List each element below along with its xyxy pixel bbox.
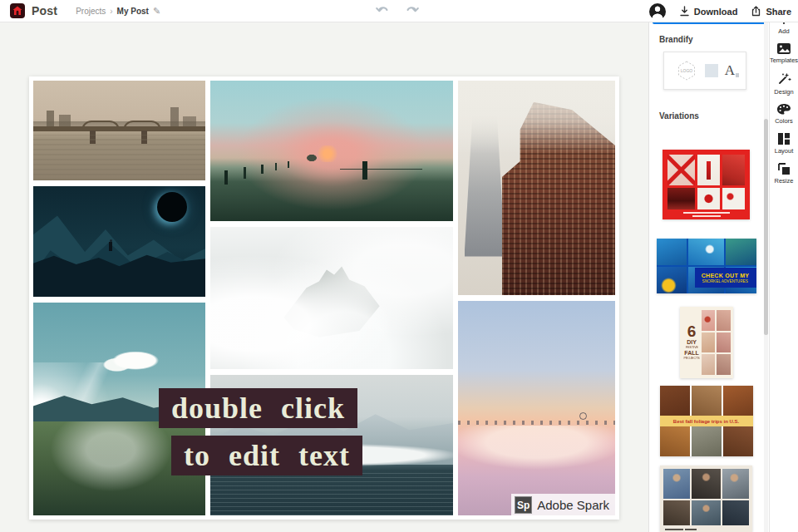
brandify-placeholder-card[interactable]: LOGO A <box>663 52 746 90</box>
top-bar: Post Projects › My Post ✎ Download <box>0 0 798 22</box>
variation-foliage-collage[interactable]: Best fall foliage trips in U.S. <box>660 386 753 456</box>
variation-cell <box>717 354 731 375</box>
resize-icon <box>777 162 791 175</box>
variation-cell <box>717 332 731 353</box>
variation-cell <box>697 188 720 209</box>
snorkel-caption-line2: SNORKEL ADVENTURES <box>702 278 748 283</box>
rail-item-design[interactable]: Design <box>774 71 793 96</box>
variations-list: CHECK OUT MY SNORKEL ADVENTURES 6 DIY FE… <box>649 145 763 532</box>
variation-red-collage[interactable] <box>663 150 750 219</box>
palette-icon <box>776 103 791 116</box>
editable-text-line-2[interactable]: to edit text <box>171 436 362 475</box>
variation-cell <box>702 354 716 375</box>
share-label: Share <box>766 7 791 17</box>
variation-cell <box>688 239 725 265</box>
rename-pencil-icon[interactable]: ✎ <box>153 6 160 17</box>
variation-cell <box>722 155 745 185</box>
design-canvas[interactable]: double click to edit text Sp Adobe Spark <box>29 76 619 520</box>
collage-photo-eclipse-mountains[interactable] <box>33 186 205 297</box>
fall-line4: PROJECTS <box>683 357 699 360</box>
rail-item-templates[interactable]: Templates <box>770 42 798 64</box>
sea-mist-shape <box>458 426 615 481</box>
hiker-figure-shape <box>109 242 112 251</box>
variation-cell <box>660 422 690 457</box>
app-title: Post <box>32 4 57 17</box>
variation-cell <box>702 310 716 331</box>
logo-hexagon-icon: LOGO <box>675 59 698 82</box>
brandify-label: Brandify <box>659 35 769 44</box>
tiny-caption-bars <box>665 529 697 530</box>
variation-cell <box>657 267 687 293</box>
variation-fall-collage[interactable]: 6 DIY FESTIVE FALL PROJECTS <box>680 307 733 378</box>
variation-cell <box>722 500 749 525</box>
variation-cell <box>717 310 731 331</box>
collage-photo-pastel-sea[interactable] <box>458 301 615 515</box>
rail-label: Colors <box>775 117 793 125</box>
snorkel-caption-banner: CHECK OUT MY SNORKEL ADVENTURES <box>695 268 756 288</box>
eclipse-moon-shape <box>157 192 187 222</box>
brand-font-letter: A <box>725 62 735 79</box>
collage-photo-fog-island[interactable] <box>210 227 453 369</box>
download-button[interactable]: Download <box>679 6 738 17</box>
magic-wand-icon <box>776 71 791 86</box>
rail-label: Design <box>774 88 793 96</box>
variations-label: Variations <box>659 111 769 121</box>
rail-item-layout[interactable]: Layout <box>775 132 794 155</box>
download-label: Download <box>694 7 738 17</box>
variation-cell <box>692 500 721 525</box>
foliage-caption-band: Best fall foliage trips in U.S. <box>660 416 753 426</box>
snorkel-caption-line1: CHECK OUT MY <box>702 273 750 278</box>
share-button[interactable]: Share <box>751 6 791 17</box>
variation-cell <box>667 188 695 209</box>
account-avatar[interactable] <box>649 3 666 20</box>
home-logo-button[interactable] <box>10 3 25 18</box>
templates-icon <box>776 42 791 55</box>
history-controls <box>376 2 419 17</box>
rail-label: Templates <box>770 57 798 64</box>
undo-button[interactable] <box>376 2 391 17</box>
variation-cell <box>663 500 690 525</box>
logo-placeholder-text: LOGO <box>681 68 693 73</box>
collage-photo-sunset-field[interactable] <box>210 81 453 221</box>
fall-caption-block: 6 DIY FESTIVE FALL PROJECTS <box>682 310 702 375</box>
topbar-actions: Download Share <box>649 0 791 22</box>
collage-photo-foggy-bridge[interactable] <box>33 81 205 180</box>
variation-snorkel-collage[interactable]: CHECK OUT MY SNORKEL ADVENTURES <box>657 239 756 293</box>
fog-top-shape <box>458 81 615 154</box>
variation-cell <box>723 422 753 457</box>
editable-text-line-1[interactable]: double click <box>159 388 357 428</box>
watermark-label: Adobe Spark <box>537 498 609 512</box>
breadcrumb-current-title[interactable]: My Post <box>117 7 149 16</box>
breadcrumb-projects[interactable]: Projects <box>76 7 106 16</box>
rail-label: Resize <box>775 177 794 185</box>
variation-cell <box>697 155 720 185</box>
ferris-wheel-shape <box>579 412 587 420</box>
panel-scrollbar-track <box>764 0 768 532</box>
rail-item-colors[interactable]: Colors <box>775 103 793 125</box>
collage-photo-fog-skyscraper[interactable] <box>458 81 615 295</box>
bridge-city-skyline-shape <box>33 106 205 128</box>
right-panel: Add your brands Brandify LOGO A Variatio… <box>648 0 769 532</box>
variation-cell <box>692 469 721 499</box>
redo-icon <box>404 2 419 17</box>
fall-line2: FESTIVE <box>686 346 698 349</box>
foliage-caption: Best fall foliage trips in U.S. <box>673 419 739 424</box>
tiny-caption-bars <box>663 212 750 217</box>
sea-water-shape <box>210 470 453 515</box>
variation-people-collage[interactable] <box>660 466 752 532</box>
variation-cell <box>722 469 749 499</box>
layout-grid-icon <box>777 132 791 145</box>
fall-photo-grid <box>702 310 731 375</box>
breadcrumb: Projects › My Post ✎ <box>76 6 160 17</box>
rail-label: Layout <box>775 147 794 155</box>
variation-cell <box>657 239 687 265</box>
variation-cell <box>663 469 690 499</box>
variation-cell <box>702 332 716 353</box>
panel-scrollbar-thumb[interactable] <box>764 119 768 335</box>
spark-badge: Sp <box>515 496 532 514</box>
fall-line3: FALL <box>684 350 699 356</box>
rail-item-resize[interactable]: Resize <box>775 162 794 185</box>
redo-button[interactable] <box>404 2 419 17</box>
fall-number: 6 <box>687 324 697 339</box>
undo-icon <box>376 2 391 17</box>
